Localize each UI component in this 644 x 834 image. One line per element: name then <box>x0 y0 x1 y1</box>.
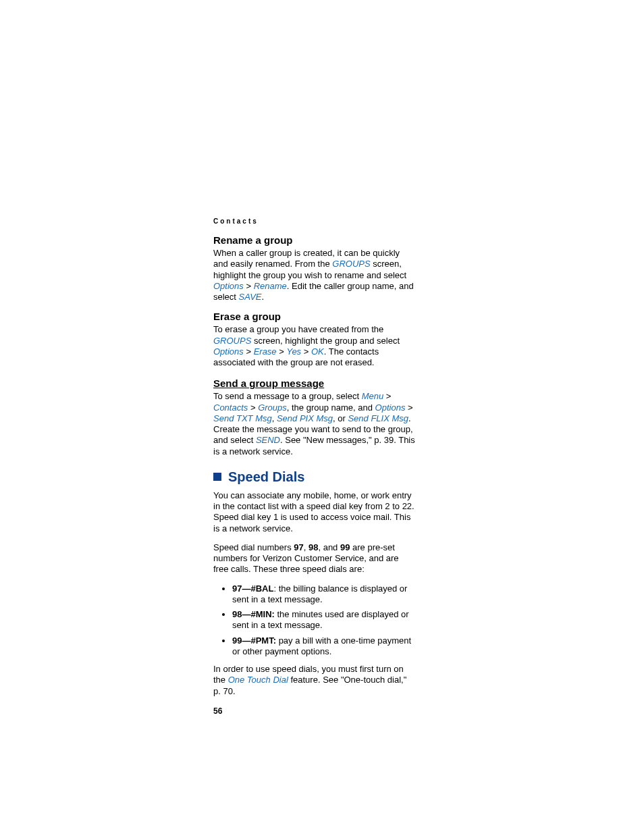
ui-send-pix: Send PIX Msg <box>277 413 333 423</box>
num-98: 98 <box>308 542 318 552</box>
speed-dials-preset: Speed dial numbers 97, 98, and 99 are pr… <box>213 542 416 575</box>
ui-options: Options <box>213 281 244 291</box>
speed-dials-note: In order to use speed dials, you must fi… <box>213 664 416 697</box>
ui-groups: GROUPS <box>332 259 370 269</box>
speed-dials-heading: Speed Dials <box>228 469 304 485</box>
speed-dials-list: 97—#BAL: the billing balance is displaye… <box>213 583 416 658</box>
ui-yes: Yes <box>286 346 301 357</box>
text: > <box>277 346 287 357</box>
ui-send-flix: Send FLIX Msg <box>348 413 408 423</box>
rename-group-body: When a caller group is created, it can b… <box>213 248 416 303</box>
running-header: Contacts <box>213 217 416 225</box>
text: > <box>248 402 258 413</box>
square-bullet-icon <box>213 473 221 481</box>
li-bold: 97—#BAL <box>232 583 273 594</box>
text: , <box>304 542 308 552</box>
speed-dials-intro: You can associate any mobile, home, or w… <box>213 490 416 534</box>
text: , <box>272 413 277 423</box>
ui-ok: OK <box>311 346 324 357</box>
text: Speed dial numbers <box>213 542 294 552</box>
erase-group-heading: Erase a group <box>213 311 416 322</box>
ui-erase: Erase <box>254 346 277 357</box>
ui-one-touch-dial: One Touch Dial <box>228 675 288 685</box>
text: screen, highlight the group and select <box>251 336 400 346</box>
text: , and <box>318 542 340 552</box>
text: > <box>244 346 254 357</box>
erase-group-body: To erase a group you have created from t… <box>213 324 416 368</box>
text: , or <box>333 413 348 423</box>
list-item: 99—#PMT: pay a bill with a one-time paym… <box>232 635 416 658</box>
rename-group-heading: Rename a group <box>213 234 416 246</box>
ui-rename: Rename <box>254 281 287 291</box>
text: To erase a group you have created from t… <box>213 324 383 334</box>
text: > <box>383 391 391 401</box>
send-group-body: To send a message to a group, select Men… <box>213 391 416 457</box>
ui-menu: Menu <box>362 391 384 401</box>
ui-send-txt: Send TXT Msg <box>213 413 272 423</box>
page-content: Contacts Rename a group When a caller gr… <box>213 217 416 716</box>
text: To send a message to a group, select <box>213 391 362 401</box>
list-item: 98—#MIN: the minutes used are displayed … <box>232 609 416 631</box>
num-97: 97 <box>294 542 303 552</box>
ui-options: Options <box>375 402 406 413</box>
send-group-heading: Send a group message <box>213 377 416 389</box>
ui-send: SEND <box>256 435 280 445</box>
text: > <box>301 346 311 357</box>
text: . <box>262 292 265 302</box>
text: , the group name, and <box>287 402 375 413</box>
ui-contacts: Contacts <box>213 402 248 413</box>
ui-groups: GROUPS <box>213 336 251 346</box>
ui-save: SAVE <box>239 292 262 302</box>
li-bold: 99—#PMT: <box>232 635 276 646</box>
text: > <box>405 402 412 413</box>
text: > <box>244 281 254 291</box>
ui-options: Options <box>213 346 244 357</box>
ui-groups: Groups <box>258 402 287 413</box>
li-bold: 98—#MIN: <box>232 609 275 619</box>
page-number: 56 <box>213 706 416 716</box>
list-item: 97—#BAL: the billing balance is displaye… <box>232 583 416 606</box>
num-99: 99 <box>340 542 350 552</box>
speed-dials-heading-row: Speed Dials <box>213 469 416 485</box>
